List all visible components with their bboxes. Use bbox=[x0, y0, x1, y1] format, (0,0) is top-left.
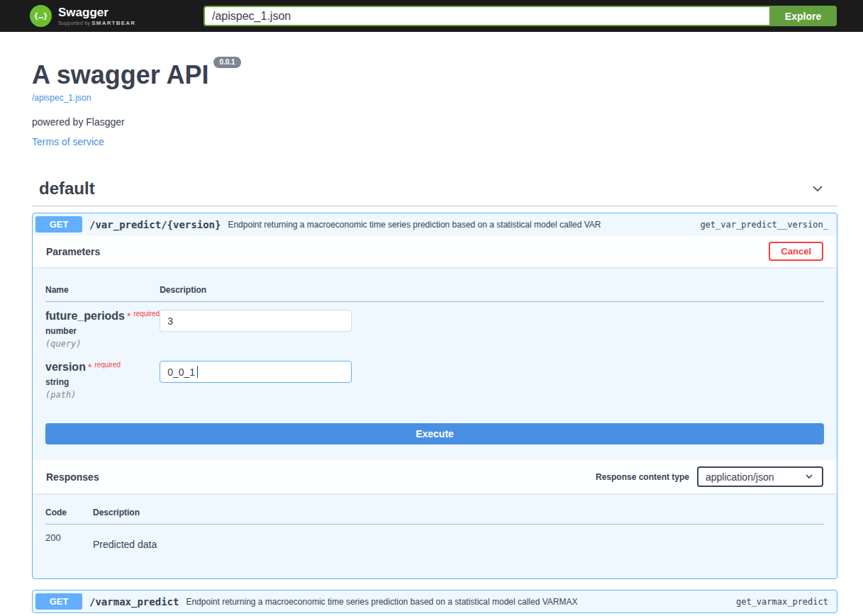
tag-section-default: default GET /var_predict/{version} Endpo… bbox=[32, 172, 837, 616]
parameter-row-future-periods: future_periods*required number (query) bbox=[45, 302, 824, 354]
tag-title: default bbox=[39, 179, 811, 198]
response-content-type: Response content type application/json bbox=[596, 466, 823, 487]
opblock-get-var-predict: GET /var_predict/{version} Endpoint retu… bbox=[32, 213, 837, 579]
parameter-location: (path) bbox=[45, 390, 160, 400]
response-description: Predicted data bbox=[93, 532, 824, 550]
tag-section-header[interactable]: default bbox=[32, 172, 837, 206]
parameters-header: Parameters Cancel bbox=[33, 235, 837, 267]
required-asterisk: * bbox=[127, 310, 130, 322]
opblock-summary-var-predict[interactable]: GET /var_predict/{version} Endpoint retu… bbox=[33, 213, 837, 235]
parameter-type: string bbox=[45, 377, 160, 387]
parameters-title: Parameters bbox=[46, 246, 769, 257]
logo-tagline: Supported bySMARTBEAR bbox=[58, 20, 135, 26]
column-header-code: Code bbox=[45, 503, 93, 525]
swagger-logo[interactable]: {…} Swagger Supported bySMARTBEAR bbox=[30, 5, 135, 27]
column-header-description: Description bbox=[160, 281, 824, 302]
responses-table: Code Description 200 Predicted data bbox=[45, 503, 824, 554]
endpoint-summary: Endpoint returning a macroeconomic time … bbox=[186, 596, 729, 607]
opblock-get-varmax-predict: GET /varmax_predict Endpoint returning a… bbox=[32, 590, 837, 613]
opblock-body: Parameters Cancel Name Description bbox=[33, 235, 837, 578]
selected-content-type: application/json bbox=[706, 471, 774, 483]
api-title-text: A swagger API bbox=[32, 60, 208, 89]
opblock-summary-varmax-predict[interactable]: GET /varmax_predict Endpoint returning a… bbox=[33, 590, 837, 612]
main-content: A swagger API0.0.1 /apispec_1.json power… bbox=[32, 32, 837, 616]
responses-area: Code Description 200 Predicted data bbox=[33, 493, 837, 578]
required-asterisk: * bbox=[88, 362, 91, 373]
cancel-button[interactable]: Cancel bbox=[769, 242, 823, 261]
spec-link[interactable]: /apispec_1.json bbox=[32, 93, 91, 103]
execute-button[interactable]: Execute bbox=[45, 423, 824, 444]
column-header-name: Name bbox=[45, 281, 160, 302]
explore-button[interactable]: Explore bbox=[769, 6, 837, 26]
method-badge-get: GET bbox=[35, 593, 82, 610]
endpoint-path: /var_predict/{version} bbox=[89, 219, 221, 230]
version-badge: 0.0.1 bbox=[213, 57, 240, 68]
endpoint-path: /varmax_predict bbox=[89, 596, 179, 607]
operation-id: get_varmax_predict bbox=[736, 597, 831, 607]
tagline-brand: SMARTBEAR bbox=[91, 20, 135, 26]
parameter-name: future_periods bbox=[45, 310, 125, 322]
chevron-down-icon[interactable] bbox=[811, 181, 825, 196]
response-content-type-label: Response content type bbox=[596, 472, 689, 482]
terms-of-service-link[interactable]: Terms of service bbox=[32, 136, 104, 147]
response-row-200: 200 Predicted data bbox=[45, 525, 824, 555]
column-header-description: Description bbox=[93, 503, 824, 525]
version-input[interactable] bbox=[160, 361, 352, 383]
api-description: powered by Flasgger bbox=[32, 116, 837, 128]
method-badge-get: GET bbox=[35, 216, 82, 233]
required-label: required bbox=[133, 310, 160, 318]
logo-title: Swagger bbox=[58, 6, 135, 20]
topbar: {…} Swagger Supported bySMARTBEAR Explor… bbox=[0, 0, 863, 32]
future-periods-input[interactable] bbox=[160, 310, 352, 332]
endpoint-summary: Endpoint returning a macroeconomic time … bbox=[228, 219, 693, 230]
execute-area: Execute bbox=[33, 420, 837, 460]
required-label: required bbox=[94, 361, 121, 369]
parameter-row-version: version*required string (path) bbox=[45, 353, 824, 404]
tagline-prefix: Supported by bbox=[58, 21, 90, 26]
parameter-location: (query) bbox=[45, 339, 160, 349]
text-cursor bbox=[197, 366, 198, 378]
parameter-type: number bbox=[45, 326, 160, 336]
parameter-name: version bbox=[45, 361, 86, 373]
parameters-table: Name Description future_periods*required bbox=[45, 281, 824, 404]
swagger-logo-icon: {…} bbox=[30, 5, 52, 27]
operation-id: get_var_predict__version_ bbox=[700, 220, 831, 230]
swagger-braces-glyph: {…} bbox=[34, 11, 48, 21]
spec-url-input[interactable] bbox=[204, 6, 769, 26]
api-info-block: A swagger API0.0.1 /apispec_1.json power… bbox=[32, 32, 837, 147]
spec-url-form: Explore bbox=[204, 6, 837, 26]
response-code: 200 bbox=[45, 525, 93, 555]
parameters-area: Name Description future_periods*required bbox=[33, 267, 837, 420]
responses-header: Responses Response content type applicat… bbox=[33, 460, 837, 493]
response-content-type-select[interactable]: application/json bbox=[697, 466, 823, 487]
responses-title: Responses bbox=[46, 471, 596, 483]
page-title: A swagger API0.0.1 bbox=[32, 62, 837, 88]
select-chevron-down-icon bbox=[805, 471, 813, 483]
